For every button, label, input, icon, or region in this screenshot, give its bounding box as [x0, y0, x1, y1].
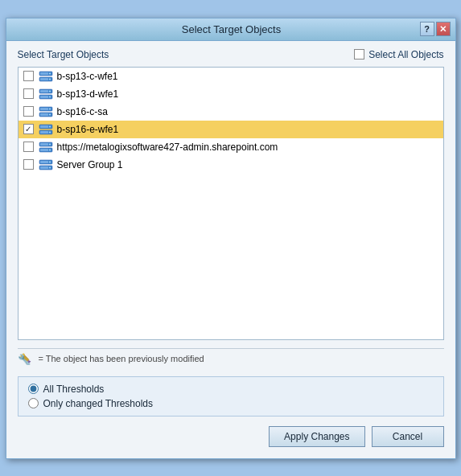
objects-list[interactable]: b-sp13-c-wfe1 b-sp13-d-wfe1 b-sp16-c-sa … [18, 67, 444, 340]
radio-group: All ThresholdsOnly changed Thresholds [18, 376, 444, 416]
svg-rect-28 [40, 143, 48, 146]
svg-point-26 [49, 143, 51, 145]
wrench-icon: 🔧 [18, 352, 34, 365]
svg-rect-5 [40, 78, 48, 80]
svg-rect-17 [40, 113, 48, 116]
server-icon [39, 142, 53, 153]
svg-text:🔧: 🔧 [18, 353, 31, 365]
select-all-area: Select All Objects [354, 49, 443, 60]
svg-point-9 [49, 96, 51, 97]
server-icon [39, 71, 53, 82]
svg-rect-10 [40, 90, 48, 92]
select-all-checkbox[interactable] [354, 49, 364, 60]
radio-item: Only changed Thresholds [28, 398, 434, 409]
list-item-text: b-sp13-d-wfe1 [57, 88, 119, 100]
help-button[interactable]: ? [420, 22, 434, 36]
svg-rect-4 [40, 72, 48, 75]
cancel-button[interactable]: Cancel [372, 426, 444, 447]
svg-point-15 [49, 113, 51, 115]
list-item-checkbox[interactable] [23, 124, 34, 134]
svg-rect-35 [40, 166, 48, 169]
list-item[interactable]: b-sp16-e-wfe1 [19, 121, 443, 138]
svg-point-21 [49, 131, 51, 133]
close-button[interactable]: ✕ [436, 22, 451, 36]
svg-rect-34 [40, 161, 48, 163]
list-item-checkbox[interactable] [23, 88, 34, 99]
svg-point-20 [49, 125, 51, 127]
svg-point-3 [49, 78, 51, 80]
list-item[interactable]: Server Group 1 [19, 156, 443, 174]
svg-rect-23 [40, 131, 48, 133]
radio-label-all: All Thresholds [43, 384, 105, 395]
footer-hint-text: = The object has been previously modifie… [39, 354, 204, 363]
list-item-text: b-sp16-c-sa [57, 106, 108, 117]
apply-button[interactable]: Apply Changes [269, 426, 364, 447]
toolbar: Select Target Objects Select All Objects [18, 49, 444, 60]
svg-point-14 [49, 108, 51, 109]
list-item-text: b-sp16-e-wfe1 [57, 124, 119, 135]
list-item-text: Server Group 1 [57, 159, 123, 170]
list-item[interactable]: b-sp13-d-wfe1 [19, 85, 443, 103]
title-bar: Select Target Objects ? ✕ [6, 18, 455, 41]
list-item[interactable]: https://metalogixsoftware427-admin.share… [19, 138, 443, 156]
list-item-text: b-sp13-c-wfe1 [57, 71, 118, 82]
svg-rect-11 [40, 96, 48, 98]
toolbar-label: Select Target Objects [18, 49, 109, 60]
svg-point-33 [49, 166, 51, 168]
list-item[interactable]: b-sp16-c-sa [19, 103, 443, 121]
radio-all[interactable] [28, 384, 39, 394]
radio-item: All Thresholds [28, 384, 434, 395]
dialog-title: Select Target Objects [43, 23, 420, 35]
svg-point-2 [49, 72, 51, 74]
radio-changed[interactable] [28, 398, 39, 408]
select-target-dialog: Select Target Objects ? ✕ Select Target … [6, 18, 456, 459]
server-icon [39, 88, 53, 100]
svg-rect-22 [40, 125, 48, 128]
svg-point-8 [49, 90, 51, 92]
radio-label-changed: Only changed Thresholds [43, 398, 154, 409]
svg-point-27 [49, 149, 51, 150]
button-row: Apply Changes Cancel [18, 426, 444, 447]
list-item-checkbox[interactable] [23, 106, 34, 117]
svg-point-32 [49, 161, 51, 162]
list-item-checkbox[interactable] [23, 71, 34, 81]
list-item-text: https://metalogixsoftware427-admin.share… [57, 142, 278, 153]
dialog-body: Select Target Objects Select All Objects… [6, 41, 455, 458]
svg-rect-16 [40, 108, 48, 110]
list-item-checkbox[interactable] [23, 142, 34, 152]
title-bar-buttons: ? ✕ [420, 22, 451, 36]
list-item-checkbox[interactable] [23, 159, 34, 170]
list-item[interactable]: b-sp13-c-wfe1 [19, 68, 443, 85]
svg-rect-29 [40, 149, 48, 151]
server-icon [39, 124, 53, 135]
select-all-label: Select All Objects [368, 49, 443, 60]
footer-hint: 🔧 = The object has been previously modif… [18, 348, 444, 368]
server-icon [39, 159, 53, 170]
server-icon [39, 106, 53, 117]
